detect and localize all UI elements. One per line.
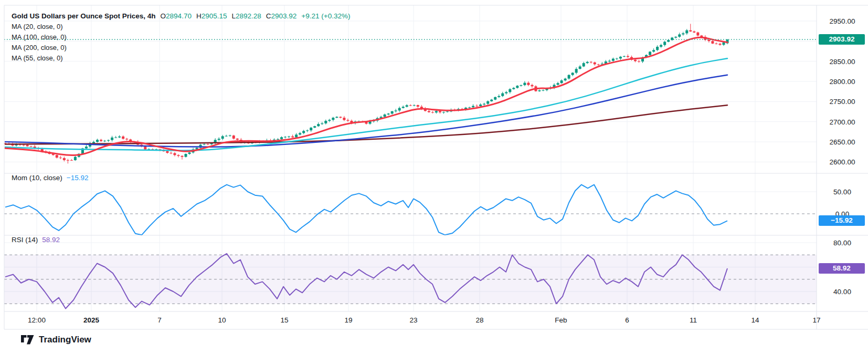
rsi-axis-label: 40.00	[833, 288, 851, 296]
indicator-label-ma200[interactable]: MA (200, close, 0)	[12, 43, 350, 53]
price-axis-label: 2700.00	[830, 118, 855, 126]
rsi-badge: 58.92	[819, 263, 865, 274]
time-axis-label: 28	[475, 316, 483, 324]
ohlc-open-value: 2894.70	[166, 12, 192, 20]
time-axis-label: 17	[812, 316, 820, 324]
price-axis-label: 2950.00	[830, 17, 855, 25]
ohlc-open-label: O	[161, 12, 166, 20]
price-axis-label: 2650.00	[830, 138, 855, 146]
rsi-value: 58.92	[42, 236, 60, 244]
time-axis-label: Feb	[555, 316, 567, 324]
time-axis-label: 6	[625, 316, 629, 324]
momentum-line[interactable]	[5, 185, 727, 235]
ma-55-line[interactable]	[5, 58, 727, 150]
ohlc-close-label: C	[266, 12, 271, 20]
momentum-badge: −15.92	[819, 215, 865, 226]
time-axis-label: 23	[409, 316, 417, 324]
price-axis-label: 2750.00	[830, 98, 855, 106]
ohlc-change: +9.21 (+0.32%)	[301, 12, 350, 20]
indicator-label-ma55[interactable]: MA (55, close, 0)	[12, 53, 350, 64]
momentum-label: Mom (10, close)	[12, 174, 62, 182]
price-axis-label: 2600.00	[830, 158, 855, 166]
time-axis-label: 19	[344, 316, 352, 324]
price-axis-label: 2850.00	[830, 57, 855, 65]
tradingview-logo-icon	[21, 335, 34, 345]
indicator-label-ma100[interactable]: MA (100, close, 0)	[12, 32, 350, 43]
time-axis-label: 10	[218, 316, 226, 324]
time-axis-label: 15	[280, 316, 288, 324]
last-price-badge: 2903.92	[819, 34, 865, 45]
main-legend: Gold US Dollars per Ounce Spot Prices, 4…	[12, 11, 350, 64]
ohlc-high-label: H	[196, 12, 202, 20]
rsi-legend[interactable]: RSI (14)58.92	[12, 236, 60, 244]
rsi-label: RSI (14)	[12, 236, 38, 244]
rsi-axis-label: 80.00	[833, 239, 851, 247]
symbol-title: Gold US Dollars per Ounce Spot Prices, 4…	[12, 12, 156, 20]
tradingview-logo[interactable]: TradingView	[21, 335, 91, 345]
momentum-value: −15.92	[67, 174, 89, 182]
ohlc-low-value: 2892.28	[236, 12, 261, 20]
momentum-legend[interactable]: Mom (10, close)−15.92	[12, 174, 88, 182]
tradingview-chart: Gold US Dollars per Ounce Spot Prices, 4…	[0, 0, 868, 354]
time-axis-label: 2025	[83, 316, 99, 324]
momentum-axis-label: 50.00	[833, 188, 851, 196]
ohlc-low-label: L	[231, 12, 236, 20]
time-axis-label: 11	[690, 316, 697, 324]
tradingview-logo-text: TradingView	[39, 335, 91, 345]
price-axis-label: 2800.00	[830, 78, 855, 86]
time-axis-label: 12:00	[28, 316, 46, 324]
time-axis-label: 14	[751, 316, 759, 324]
ohlc-high-value: 2905.15	[202, 12, 227, 20]
indicator-label-ma20[interactable]: MA (20, close, 0)	[12, 22, 350, 32]
ohlc-close-value: 2903.92	[271, 12, 297, 20]
symbol-title-row[interactable]: Gold US Dollars per Ounce Spot Prices, 4…	[12, 11, 350, 22]
time-axis-label: 7	[157, 316, 162, 324]
